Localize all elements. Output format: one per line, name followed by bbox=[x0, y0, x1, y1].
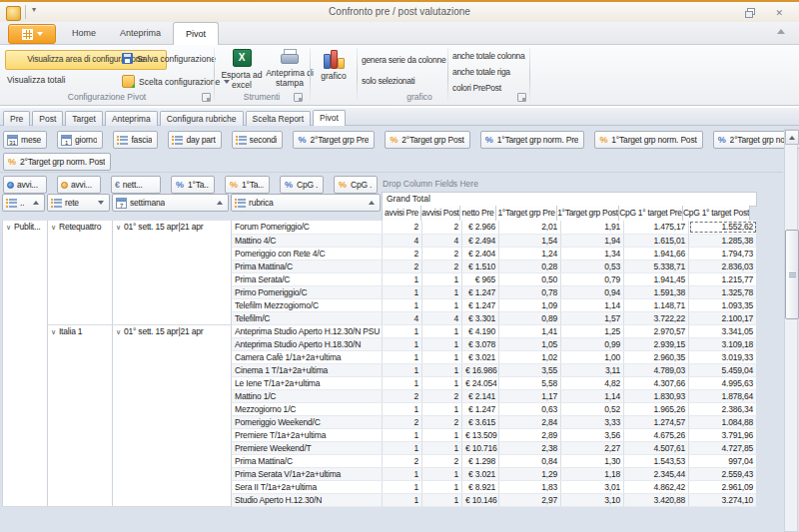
value-cell[interactable]: 2 bbox=[422, 260, 462, 272]
value-cell[interactable]: 1 bbox=[422, 363, 462, 376]
value-cell[interactable]: 4.507,61 bbox=[624, 441, 689, 454]
value-cell[interactable]: 1.615,01 bbox=[624, 234, 689, 247]
collapse-chevron-icon[interactable]: ∨ bbox=[116, 224, 121, 232]
value-cell[interactable]: 2.559,43 bbox=[689, 467, 757, 480]
rubrica-cell[interactable]: Anteprima Studio Aperto H.12.30/N PSU bbox=[232, 324, 383, 337]
value-cell[interactable]: 4.727,85 bbox=[689, 441, 757, 454]
value-cell[interactable]: 1,34 bbox=[561, 247, 624, 260]
row-field-rete[interactable]: rete bbox=[47, 194, 110, 212]
value-cell[interactable]: 4.307,66 bbox=[624, 376, 689, 389]
value-cell[interactable]: 1 bbox=[383, 493, 422, 506]
value-cell[interactable]: 1.084,88 bbox=[689, 415, 757, 428]
row-field-settimana[interactable]: 7settimana bbox=[112, 194, 229, 212]
value-cell[interactable]: 4.789,03 bbox=[624, 363, 689, 376]
rubrica-cell[interactable]: Pomeriggio con Rete 4/C bbox=[232, 247, 383, 260]
value-cell[interactable]: € 10.716 bbox=[462, 441, 499, 454]
application-menu-button[interactable] bbox=[8, 24, 56, 44]
value-cell[interactable]: 1 bbox=[422, 272, 462, 285]
rubrica-cell[interactable]: Mattino 1/C bbox=[232, 389, 383, 402]
data-field-4-1-ta[interactable]: %1°Ta... bbox=[225, 176, 270, 194]
value-cell[interactable]: 1 bbox=[422, 467, 462, 480]
value-cell[interactable]: € 3.301 bbox=[462, 311, 499, 324]
data-field-0-avvi[interactable]: avvi... bbox=[3, 176, 47, 194]
value-cell[interactable]: 1,02 bbox=[499, 350, 561, 363]
value-cell[interactable]: 1 bbox=[383, 324, 422, 337]
value-cell[interactable]: € 2.141 bbox=[462, 389, 499, 402]
value-cell[interactable]: 0,53 bbox=[561, 260, 624, 272]
value-cell[interactable]: € 1.247 bbox=[462, 402, 499, 415]
value-cell[interactable]: 1,57 bbox=[561, 311, 624, 324]
value-cell[interactable]: 997,04 bbox=[689, 454, 757, 467]
filter-field-1-target-grp-norm-post[interactable]: %1°Target grp norm. Post bbox=[594, 131, 702, 149]
value-cell[interactable]: € 2.404 bbox=[462, 247, 499, 260]
value-cell[interactable]: 0,89 bbox=[499, 311, 561, 324]
doc-tab-configura-rubriche[interactable]: Configura rubriche bbox=[160, 111, 244, 126]
value-cell[interactable]: 1 bbox=[383, 402, 422, 415]
value-cell[interactable]: 4.862,42 bbox=[624, 480, 689, 493]
value-cell[interactable]: 0,84 bbox=[499, 454, 561, 467]
value-cell[interactable]: 1 bbox=[422, 337, 462, 350]
value-cell[interactable]: 1 bbox=[422, 441, 462, 454]
doc-tab-scelta-report[interactable]: Scelta Report bbox=[246, 111, 312, 126]
value-cell[interactable]: € 3.078 bbox=[462, 337, 499, 350]
value-cell[interactable]: 1 bbox=[383, 363, 422, 376]
value-cell[interactable]: 2 bbox=[383, 389, 422, 402]
value-cell[interactable]: € 10.146 bbox=[462, 493, 499, 506]
value-cell[interactable]: 2 bbox=[383, 454, 422, 467]
value-cell[interactable]: 3,01 bbox=[561, 480, 624, 493]
value-cell[interactable]: € 1.298 bbox=[462, 454, 499, 467]
rubrica-cell[interactable]: Mezzogiorno 1/C bbox=[232, 402, 383, 415]
value-cell[interactable]: 2 bbox=[422, 221, 462, 234]
ribbon-tab-anteprima[interactable]: Anteprima bbox=[108, 22, 173, 44]
value-cell[interactable]: € 3.021 bbox=[462, 350, 499, 363]
value-cell[interactable]: 1.552,62 bbox=[689, 221, 757, 234]
value-cell[interactable]: 1 bbox=[383, 467, 422, 480]
grafico-button[interactable]: grafico bbox=[314, 49, 354, 81]
rubrica-cell[interactable]: Forum Pomeriggio/C bbox=[232, 221, 383, 234]
value-cell[interactable]: 1,17 bbox=[499, 389, 561, 402]
value-cell[interactable]: 1.965,26 bbox=[624, 402, 689, 415]
data-field-5-cpg[interactable]: %CpG ... bbox=[280, 176, 324, 194]
ribbon-collapse-icon[interactable] bbox=[777, 29, 785, 34]
filter-field-2-target-grp-norm-post[interactable]: %2°Target grp norm. Post bbox=[3, 153, 111, 171]
value-cell[interactable]: 1.543,53 bbox=[624, 454, 689, 467]
value-cell[interactable]: 1,91 bbox=[561, 221, 624, 234]
doc-tab-target[interactable]: Target bbox=[65, 111, 103, 126]
value-cell[interactable]: € 965 bbox=[462, 272, 499, 285]
ribbon-tab-home[interactable]: Home bbox=[60, 22, 108, 44]
value-cell[interactable]: 1 bbox=[422, 324, 462, 337]
value-cell[interactable]: 4.995,63 bbox=[689, 376, 757, 389]
value-cell[interactable]: 1 bbox=[383, 428, 422, 441]
column-drop-zone[interactable]: Drop Column Fields Here bbox=[383, 179, 752, 193]
solo-selezionati-option[interactable]: solo selezionati bbox=[362, 76, 414, 86]
value-cell[interactable]: 1 bbox=[422, 298, 462, 311]
value-cell[interactable]: 1,30 bbox=[561, 454, 624, 467]
esporta-excel-button[interactable]: Esporta ad excel bbox=[218, 49, 266, 90]
value-cell[interactable]: 2 bbox=[383, 415, 422, 428]
data-field-2-nett[interactable]: €nett... bbox=[111, 176, 161, 194]
value-cell[interactable]: € 1.247 bbox=[462, 285, 499, 298]
value-cell[interactable]: 3.791,96 bbox=[689, 428, 757, 441]
value-cell[interactable]: € 3.615 bbox=[462, 415, 499, 428]
filter-field-1-target-grp-norm-pre[interactable]: %1°Target grp norm. Pre bbox=[480, 131, 585, 149]
value-cell[interactable]: 0,52 bbox=[561, 402, 624, 415]
dialog-launcher-icon[interactable] bbox=[294, 93, 303, 102]
value-cell[interactable]: 0,94 bbox=[561, 285, 624, 298]
value-cell[interactable]: 1.274,57 bbox=[624, 415, 689, 428]
window-close-icon[interactable] bbox=[775, 8, 783, 18]
row-field-field[interactable]: .. bbox=[2, 194, 45, 212]
rubrica-cell[interactable]: Prima Mattina/C bbox=[232, 260, 383, 272]
value-cell[interactable]: 2,01 bbox=[499, 221, 561, 234]
value-cell[interactable]: 1.093,35 bbox=[689, 298, 757, 311]
value-cell[interactable]: 1,29 bbox=[499, 467, 561, 480]
value-cell[interactable]: 1,83 bbox=[499, 480, 561, 493]
value-cell[interactable]: 1 bbox=[383, 376, 422, 389]
value-cell[interactable]: 1 bbox=[422, 350, 462, 363]
value-cell[interactable]: 2.961,09 bbox=[689, 480, 757, 493]
value-cell[interactable]: 1 bbox=[422, 480, 462, 493]
rubrica-cell[interactable]: Mattino 4/C bbox=[232, 234, 383, 247]
value-cell[interactable]: 0,79 bbox=[561, 272, 624, 285]
value-cell[interactable]: 0,78 bbox=[499, 285, 561, 298]
collapse-chevron-icon[interactable]: ∨ bbox=[51, 328, 56, 336]
value-cell[interactable]: 4.675,26 bbox=[624, 428, 689, 441]
